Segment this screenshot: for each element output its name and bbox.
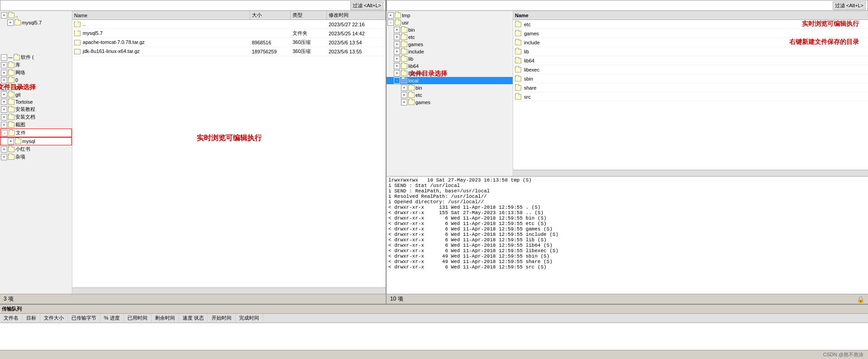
tree-item[interactable]: + etc: [387, 34, 513, 41]
tree-item[interactable]: + 杂项: [0, 153, 72, 161]
tree-item[interactable]: - usr: [387, 19, 513, 26]
left-path-input[interactable]: C:\Users\Administrator\Desktop\文件: [2, 2, 349, 9]
expand-icon[interactable]: +: [394, 34, 400, 40]
tree-item[interactable]: + bin: [387, 84, 513, 91]
file-list-header: Name 大小 类型 修改时间: [72, 11, 386, 20]
right-file-row[interactable]: src: [513, 92, 868, 101]
expand-icon[interactable]: +: [8, 138, 14, 144]
expand-icon[interactable]: +: [394, 63, 400, 69]
left-path-bar: C:\Users\Administrator\Desktop\文件 过滤 <Al…: [0, 0, 386, 11]
expand-icon[interactable]: -: [1, 130, 8, 136]
tree-item[interactable]: + tmp: [387, 12, 513, 19]
expand-icon[interactable]: -: [387, 19, 394, 26]
file-row[interactable]: jdk-8u161-linux-x64.tar.gz 189756259 360…: [72, 47, 386, 56]
tree-item[interactable]: + 库: [0, 61, 72, 69]
tree-item[interactable]: + git: [0, 91, 72, 98]
tree-item[interactable]: + Tortoise: [0, 98, 72, 105]
tree-item[interactable]: + 小红书: [0, 145, 72, 153]
tree-item-local[interactable]: - local: [387, 77, 513, 84]
right-file-row[interactable]: lib: [513, 47, 868, 56]
expand-icon[interactable]: +: [1, 154, 7, 160]
expand-icon[interactable]: +: [1, 70, 7, 76]
log-line: i SEND : RealPath, base=/usr/local: [388, 188, 866, 194]
expand-icon[interactable]: +: [394, 27, 400, 33]
tree-item[interactable]: + games: [387, 41, 513, 48]
expand-icon[interactable]: +: [1, 91, 7, 98]
tree-item[interactable]: + games: [387, 99, 513, 106]
transfer-col: % 进度: [100, 314, 124, 322]
tree-item[interactable]: + lib: [387, 55, 513, 62]
tree-item[interactable]: + mysql5.7: [0, 19, 72, 26]
tree-item[interactable]: + ggit: [0, 84, 72, 91]
tree-item[interactable]: + 安装教程: [0, 105, 72, 113]
expand-icon[interactable]: +: [1, 99, 7, 105]
expand-icon[interactable]: +: [401, 85, 407, 91]
expand-icon[interactable]: +: [394, 56, 400, 62]
expand-icon[interactable]: +: [401, 92, 407, 98]
right-file-row[interactable]: libexec: [513, 65, 868, 74]
expand-icon[interactable]: -: [394, 77, 400, 84]
expand-icon[interactable]: +: [1, 77, 7, 83]
file-row[interactable]: apache-tomcat-7.0.78.tar.gz 8968516 360压…: [72, 38, 386, 47]
file-date: 2023/5/6 13:55: [327, 49, 386, 54]
col-type-header[interactable]: 类型: [291, 11, 327, 19]
tree-item[interactable]: + ..: [0, 12, 72, 19]
expand-icon[interactable]: +: [1, 12, 7, 19]
right-file-row[interactable]: lib64: [513, 56, 868, 65]
right-scrollbar-h[interactable]: [513, 170, 868, 176]
tree-label: usr: [402, 20, 409, 25]
folder-icon: [8, 115, 14, 120]
expand-icon[interactable]: +: [1, 62, 7, 68]
expand-icon[interactable]: +: [401, 99, 407, 105]
col-date-header[interactable]: 修改时间: [327, 11, 386, 19]
expand-icon[interactable]: +: [1, 106, 7, 113]
left-filter-button[interactable]: 过滤 <Alt+L>: [350, 1, 383, 10]
expand-icon[interactable]: +: [1, 84, 7, 91]
expand-icon[interactable]: +: [394, 48, 400, 55]
folder-icon: [515, 76, 521, 81]
right-filter-button[interactable]: 过滤 <Alt+L>: [833, 1, 866, 10]
tree-label: lib: [408, 56, 413, 62]
tree-item[interactable]: + 0: [0, 77, 72, 84]
expand-icon[interactable]: +: [1, 146, 7, 153]
expand-icon[interactable]: +: [394, 41, 400, 48]
left-tree[interactable]: + .. + mysql5.7 - — 软件 (: [0, 11, 72, 294]
expand-icon[interactable]: -: [1, 54, 7, 61]
tree-item[interactable]: + 网络: [0, 69, 72, 77]
expand-icon[interactable]: +: [7, 19, 14, 26]
tree-item-wenjian[interactable]: - 文件: [0, 129, 72, 137]
right-file-row[interactable]: games: [513, 29, 868, 38]
log-panel[interactable]: lrwxrwxrwx 10 Sat 27-May-2023 16:13:58 t…: [387, 176, 868, 294]
tree-item[interactable]: + etc: [387, 91, 513, 99]
file-row[interactable]: .. 2023/5/27 22:16: [72, 20, 386, 29]
left-scrollbar-h[interactable]: [72, 287, 386, 294]
expand-icon[interactable]: +: [1, 114, 7, 120]
col-name-header[interactable]: Name: [72, 11, 250, 19]
right-panels-row: 文件目录选择 + tmp - usr + bin: [387, 11, 868, 176]
right-file-row[interactable]: sbin: [513, 74, 868, 83]
tree-item[interactable]: + bin: [387, 26, 513, 34]
file-row[interactable]: mysql5.7 文件夹 2023/5/25 14:42: [72, 29, 386, 38]
folder-icon: [8, 77, 14, 83]
right-file-row[interactable]: etc: [513, 20, 868, 29]
right-file-row[interactable]: include: [513, 38, 868, 47]
main-layout: C:\Users\Administrator\Desktop\文件 过滤 <Al…: [0, 0, 868, 359]
expand-icon[interactable]: +: [1, 122, 7, 128]
folder-icon: [395, 13, 401, 18]
tree-item[interactable]: + include: [387, 48, 513, 55]
right-file-name: share: [524, 85, 537, 91]
col-size-header[interactable]: 大小: [250, 11, 291, 19]
tree-item[interactable]: + libexec: [387, 70, 513, 77]
tree-item[interactable]: + lib64: [387, 62, 513, 70]
tree-item[interactable]: + 截图: [0, 121, 72, 129]
tree-item[interactable]: + 安装文档: [0, 113, 72, 121]
right-path-input[interactable]: /usr/local: [389, 2, 831, 9]
expand-icon[interactable]: +: [394, 70, 400, 77]
log-line: < drwxr-xr-x 49 Wed 11-Apr-2018 12:59:55…: [388, 254, 866, 259]
expand-icon[interactable]: +: [387, 12, 394, 19]
tree-item[interactable]: + mysql: [0, 137, 72, 145]
folder-icon: [408, 100, 415, 105]
right-tree[interactable]: 文件目录选择 + tmp - usr + bin: [387, 11, 513, 176]
right-file-row[interactable]: share: [513, 83, 868, 92]
tree-item[interactable]: - — 软件 (: [0, 53, 72, 61]
